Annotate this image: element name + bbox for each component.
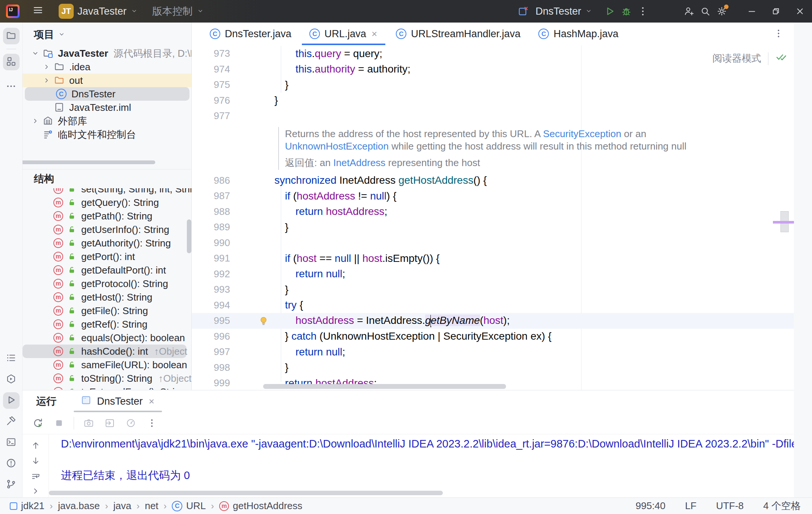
chevron-right-icon[interactable]	[29, 117, 41, 125]
breadcrumb-jdk21[interactable]: jdk21	[10, 500, 44, 512]
editor-horizontal-scrollbar[interactable]	[263, 384, 506, 389]
structure-item-getPath[interactable]: mgetPath(): String	[23, 209, 192, 223]
code-line-986[interactable]: 986synchronized InetAddress getHostAddre…	[192, 173, 794, 189]
settings-button[interactable]	[714, 3, 730, 20]
status-widget-LF[interactable]: LF	[685, 500, 696, 512]
structure-item-hashCode[interactable]: mhashCode(): int↑Object	[23, 345, 186, 358]
structure-item-getDefaultPort[interactable]: mgetDefaultPort(): int	[23, 263, 192, 277]
run-configuration-selector[interactable]: DnsTester	[532, 3, 596, 20]
breadcrumb-java[interactable]: java	[113, 500, 131, 512]
structure-item-getProtocol[interactable]: mgetProtocol(): String	[23, 277, 192, 290]
run-tab-dnstester[interactable]: DnsTester ×	[74, 390, 162, 412]
code-line-977[interactable]: 977	[192, 108, 794, 124]
code-line-997[interactable]: 997return null;	[192, 344, 794, 360]
main-menu-button[interactable]	[29, 2, 47, 21]
status-widget-4[interactable]: 4 个空格	[763, 499, 801, 512]
terminal-toolwindow-button[interactable]	[3, 434, 20, 451]
expand-icon[interactable]	[29, 485, 42, 497]
structure-item-set[interactable]: mset(String, String, int, String, String…	[23, 188, 192, 196]
code-line-976[interactable]: 976}	[192, 93, 794, 109]
breadcrumb-java.base[interactable]: java.base	[58, 500, 100, 512]
prev-occurrence-button[interactable]	[29, 440, 42, 452]
project-panel-header[interactable]: 项目	[23, 23, 192, 47]
todo-toolwindow-button[interactable]	[3, 350, 20, 367]
status-widget-995:40[interactable]: 995:40	[636, 500, 666, 512]
code-line-988[interactable]: 988return hostAddress;	[192, 204, 794, 220]
intention-bulb-icon[interactable]	[237, 315, 274, 327]
vcs-widget[interactable]: 版本控制	[148, 2, 208, 21]
more-actions-button[interactable]	[635, 3, 651, 20]
tab-list-icon[interactable]	[773, 28, 784, 40]
structure-item-toString[interactable]: mtoString(): String↑Object	[23, 372, 192, 385]
structure-toolwindow-button[interactable]	[3, 54, 20, 70]
tree-item-JavaTester.iml[interactable]: JavaTester.iml	[23, 101, 192, 114]
run-button[interactable]	[601, 3, 618, 20]
tab-URL.java[interactable]: CURL.java×	[300, 23, 387, 45]
coverage-button[interactable]	[122, 414, 139, 432]
more-toolwindows-button[interactable]	[3, 79, 20, 95]
code-line-989[interactable]: 989}	[192, 219, 794, 235]
more-options-button[interactable]	[143, 414, 161, 432]
code-line-991[interactable]: 991if (host == null || host.isEmpty()) {	[192, 251, 794, 266]
close-button[interactable]	[788, 0, 812, 23]
run-toolwindow-button[interactable]	[3, 392, 20, 409]
structure-item-getUserInfo[interactable]: mgetUserInfo(): String	[23, 223, 192, 236]
close-icon[interactable]: ×	[148, 395, 155, 408]
project-toolwindow-button[interactable]	[3, 28, 20, 44]
structure-item-toExternalForm[interactable]: mtoExternalForm(): String	[23, 385, 192, 390]
tree-item-out[interactable]: out	[23, 74, 192, 87]
soft-wrap-button[interactable]	[29, 470, 42, 482]
code-line-974[interactable]: 974this.authority = authority;	[192, 62, 794, 77]
restore-button[interactable]	[764, 0, 788, 23]
doc-link[interactable]: InetAddress	[333, 157, 386, 168]
restore-layout-button[interactable]	[101, 414, 118, 432]
tab-HashMap.java[interactable]: CHashMap.java	[529, 23, 627, 45]
structure-item-getPort[interactable]: mgetPort(): int	[23, 250, 192, 263]
chevron-right-icon[interactable]	[41, 76, 53, 85]
breadcrumb-net[interactable]: net	[145, 500, 158, 512]
console-horizontal-scrollbar[interactable]	[49, 491, 443, 495]
structure-item-equals[interactable]: mequals(Object): boolean↑Object	[23, 331, 192, 345]
structure-item-sameFile[interactable]: msameFile(URL): boolean	[23, 358, 192, 372]
problems-toolwindow-button[interactable]	[3, 455, 20, 472]
reader-mode-widget[interactable]: 阅读器模式	[712, 51, 787, 66]
chevron-right-icon[interactable]	[41, 63, 53, 71]
structure-item-getQuery[interactable]: mgetQuery(): String	[23, 196, 192, 209]
code-line-993[interactable]: 993}	[192, 282, 794, 298]
tab-DnsTester.java[interactable]: CDnsTester.java	[201, 23, 300, 45]
run-console[interactable]: D:\environment\java\jdk21\bin\java.exe "…	[23, 434, 794, 497]
git-toolwindow-button[interactable]	[3, 476, 20, 493]
tree-item-DnsTester[interactable]: CDnsTester	[25, 87, 189, 101]
code-with-me-button[interactable]	[680, 3, 697, 20]
debug-button[interactable]	[618, 3, 635, 20]
doc-link[interactable]: UnknownHostException	[285, 141, 389, 152]
thread-dump-button[interactable]	[80, 414, 97, 432]
code-line-975[interactable]: 975}	[192, 77, 794, 93]
rerun-button[interactable]	[29, 414, 47, 432]
project-selector[interactable]: JavaTester	[74, 3, 142, 20]
code-line-992[interactable]: 992return null;	[192, 266, 794, 282]
tab-URLStreamHandler.java[interactable]: CURLStreamHandler.java	[387, 23, 529, 45]
code-line-995[interactable]: 995hostAddress = InetAddress.getByName(h…	[192, 313, 794, 329]
search-everywhere-button[interactable]	[697, 3, 714, 20]
chevron-down-icon[interactable]	[29, 49, 41, 57]
structure-vertical-scrollbar[interactable]	[187, 219, 191, 253]
tree-item-.idea[interactable]: .idea	[23, 60, 192, 74]
services-toolwindow-button[interactable]	[3, 371, 20, 388]
code-line-973[interactable]: 973this.query = query;	[192, 46, 794, 62]
structure-panel-header[interactable]: 结构	[23, 169, 192, 188]
structure-item-getRef[interactable]: mgetRef(): String	[23, 317, 192, 331]
code-line-990[interactable]: 990	[192, 235, 794, 251]
inspections-ok-icon[interactable]	[775, 51, 787, 66]
status-widget-UTF-8[interactable]: UTF-8	[716, 500, 744, 512]
code-line-987[interactable]: 987if (hostAddress != null) {	[192, 188, 794, 204]
structure-item-getAuthority[interactable]: mgetAuthority(): String	[23, 236, 192, 250]
code-line-994[interactable]: 994try {	[192, 298, 794, 313]
tree-item-临时文件和控制台[interactable]: 临时文件和控制台	[23, 128, 192, 141]
code-line-996[interactable]: 996} catch (UnknownHostException | Secur…	[192, 329, 794, 345]
build-toolwindow-button[interactable]	[3, 413, 20, 430]
doc-link[interactable]: SecurityException	[543, 128, 621, 139]
structure-item-getFile[interactable]: mgetFile(): String	[23, 304, 192, 317]
structure-item-getHost[interactable]: mgetHost(): String	[23, 290, 192, 304]
next-occurrence-button[interactable]	[29, 455, 42, 467]
